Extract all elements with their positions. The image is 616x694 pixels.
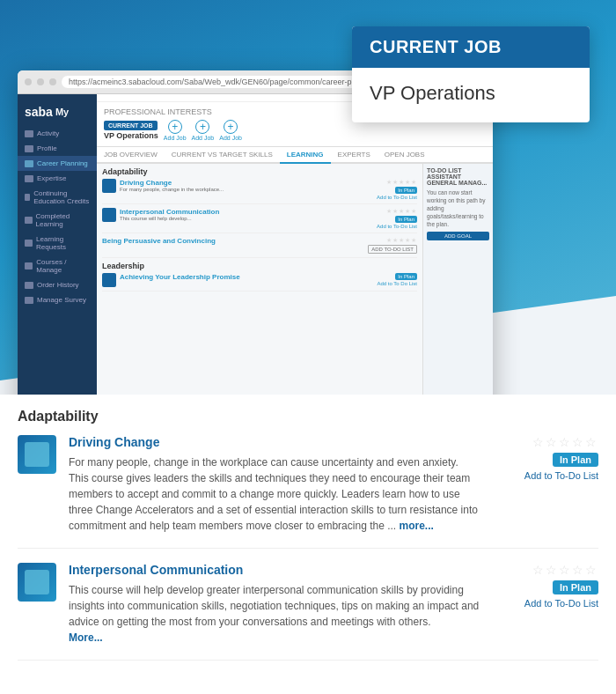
- mini-course-item-2: Interpersonal Communication This course …: [102, 208, 417, 233]
- sidebar-item-courses[interactable]: Courses / Manage: [18, 255, 97, 277]
- mini-in-plan-2: In Plan: [395, 216, 417, 223]
- sidebar-item-order-history[interactable]: Order History: [18, 277, 97, 292]
- logo-tabs: My: [55, 107, 69, 117]
- add-to-do-list-btn[interactable]: ADD TO-DO LIST: [368, 245, 417, 254]
- course-name-interpersonal[interactable]: Interpersonal Communication: [69, 563, 480, 577]
- sidebar-label: Courses / Manage: [36, 258, 90, 274]
- course-desc-driving-change: For many people, change in the workplace…: [69, 454, 480, 534]
- survey-icon: [25, 297, 33, 304]
- mini-course-name-2[interactable]: Interpersonal Communication: [120, 208, 373, 216]
- learning-icon: [25, 217, 33, 224]
- course-stars-2: ☆☆☆☆☆: [532, 563, 598, 577]
- courses-icon: [25, 262, 33, 269]
- in-plan-badge-1: In Plan: [553, 453, 598, 467]
- sidebar-item-expertise[interactable]: Expertise: [18, 171, 97, 186]
- tab-job-overview[interactable]: JOB OVERVIEW: [97, 147, 165, 164]
- course-more-link-2[interactable]: More...: [69, 631, 103, 644]
- mini-course-item-1: Driving Change For many people, change i…: [102, 179, 417, 204]
- course-stars-1: ☆☆☆☆☆: [532, 435, 598, 449]
- mini-add-todo-2[interactable]: Add to To-Do List: [377, 224, 417, 229]
- add-todo-link-1[interactable]: Add to To-Do List: [524, 470, 598, 481]
- mini-course-name-4[interactable]: Achieving Your Leadership Promise: [120, 273, 373, 281]
- activity-icon: [25, 130, 33, 137]
- mini-course-info-2: Interpersonal Communication This course …: [120, 208, 373, 223]
- sidebar-label: Completed Learning: [36, 212, 90, 228]
- mini-course-thumb-2: [102, 208, 116, 222]
- add-job-2[interactable]: + Add Job: [192, 120, 215, 141]
- mini-course-name-1[interactable]: Driving Change: [120, 179, 373, 187]
- add-job-icon-1: +: [168, 120, 182, 134]
- current-job-card: CURRENT JOB VP Operations: [352, 26, 590, 122]
- mini-course-item-3: Being Persuasive and Convincing ★★★★★ AD…: [102, 237, 417, 258]
- sidebar-item-career-planning[interactable]: Career Planning: [18, 156, 97, 171]
- course-thumb-inner-2: [25, 570, 49, 594]
- course-right-driving-change: ☆☆☆☆☆ In Plan Add to To-Do List: [493, 435, 598, 481]
- mini-main-content: PROFESSIONAL INTERESTS CURRENT JOB VP Op…: [97, 94, 493, 422]
- sidebar-item-survey[interactable]: Manage Survey: [18, 292, 97, 307]
- adaptability-title: Adaptability: [18, 409, 598, 425]
- browser-dot-2: [37, 78, 44, 85]
- course-thumb-interpersonal: [18, 563, 56, 602]
- sidebar-item-education[interactable]: Continuing Education Credits: [18, 186, 97, 209]
- course-right-interpersonal: ☆☆☆☆☆ In Plan Add to To-Do List: [493, 563, 598, 609]
- mini-course-desc-1: For many people, change in the workplace…: [120, 187, 373, 194]
- add-goal-button[interactable]: ADD GOAL: [427, 232, 489, 240]
- mini-stars-2: ★★★★★: [386, 208, 417, 215]
- current-job-mini-badge: CURRENT JOB: [104, 121, 158, 130]
- course-item-interpersonal: Interpersonal Communication This course …: [18, 563, 598, 661]
- mini-adaptability-title: Adaptability: [102, 167, 417, 176]
- sidebar-item-learning-requests[interactable]: Learning Requests: [18, 232, 97, 255]
- course-thumb-inner: [25, 442, 49, 467]
- profile-icon: [25, 145, 33, 152]
- sidebar-item-completed-learning[interactable]: Completed Learning: [18, 209, 97, 232]
- mini-course-info-4: Achieving Your Leadership Promise: [120, 273, 373, 281]
- mini-course-item-4: Achieving Your Leadership Promise In Pla…: [102, 273, 417, 292]
- sidebar-label: Profile: [37, 144, 57, 152]
- sidebar-item-activity[interactable]: Activity: [18, 126, 97, 141]
- mini-job-row: CURRENT JOB VP Operations + Add Job + Ad…: [104, 120, 486, 141]
- sidebar-item-profile[interactable]: Profile: [18, 141, 97, 156]
- course-name-driving-change[interactable]: Driving Change: [69, 435, 480, 449]
- sidebar-label: Expertise: [37, 174, 66, 182]
- sidebar-label: Career Planning: [37, 159, 88, 167]
- sidebar-logo: saba My: [18, 101, 97, 126]
- requests-icon: [25, 240, 33, 247]
- course-body-driving-change: Driving Change For many people, change i…: [69, 435, 480, 534]
- mini-course-thumb-1: [102, 179, 116, 193]
- add-job-label-1: Add Job: [164, 135, 187, 141]
- tab-learning[interactable]: LEARNING: [280, 147, 331, 164]
- mini-todo-text: You can now start working on this path b…: [427, 188, 489, 228]
- mini-course-thumb-4: [102, 273, 116, 287]
- browser-content: saba My Activity Profile Career Planning…: [18, 94, 493, 422]
- expertise-icon: [25, 175, 33, 182]
- browser-dot-1: [25, 78, 32, 85]
- mini-in-plan-1: In Plan: [395, 187, 417, 194]
- main-section: Adaptability Driving Change For many peo…: [0, 395, 616, 694]
- tab-open-jobs[interactable]: OPEN JOBS: [378, 147, 432, 164]
- tab-current-vs-target[interactable]: CURRENT VS TARGET SKILLS: [165, 147, 280, 164]
- sidebar-label: Order History: [37, 281, 79, 289]
- course-item-driving-change: Driving Change For many people, change i…: [18, 435, 598, 549]
- mini-add-todo-1[interactable]: Add to To-Do List: [377, 195, 417, 200]
- sidebar-label: Continuing Education Credits: [33, 189, 90, 205]
- browser-dot-3: [49, 78, 56, 85]
- tab-experts[interactable]: EXPERTS: [331, 147, 378, 164]
- mini-sidebar: saba My Activity Profile Career Planning…: [18, 94, 97, 422]
- mini-course-info-3: Being Persuasive and Convincing: [102, 237, 364, 245]
- mini-todo-title: TO-DO LIST ASSISTANT GENERAL MANAG...: [427, 167, 489, 186]
- mini-course-desc-2: This course will help develop...: [120, 216, 373, 223]
- browser-window: https://acmeinc3.sabacloud.com/Saba/Web_…: [18, 70, 493, 423]
- add-todo-link-2[interactable]: Add to To-Do List: [524, 598, 598, 609]
- mini-course-name-3[interactable]: Being Persuasive and Convincing: [102, 237, 364, 245]
- add-job-3[interactable]: + Add Job: [219, 120, 242, 141]
- mini-todo-panel: TO-DO LIST ASSISTANT GENERAL MANAG... Yo…: [422, 164, 493, 422]
- sidebar-label: Learning Requests: [36, 235, 90, 251]
- logo-text: saba: [25, 105, 53, 119]
- mini-stars-1: ★★★★★: [386, 179, 417, 186]
- mini-add-todo-4[interactable]: Add to To Do List: [377, 281, 417, 286]
- sidebar-label: Activity: [37, 129, 59, 137]
- add-job-label-2: Add Job: [192, 135, 215, 141]
- mini-course-actions-4: In Plan Add to To Do List: [377, 273, 417, 286]
- course-more-link-1[interactable]: more...: [400, 520, 434, 532]
- add-job-1[interactable]: + Add Job: [164, 120, 187, 141]
